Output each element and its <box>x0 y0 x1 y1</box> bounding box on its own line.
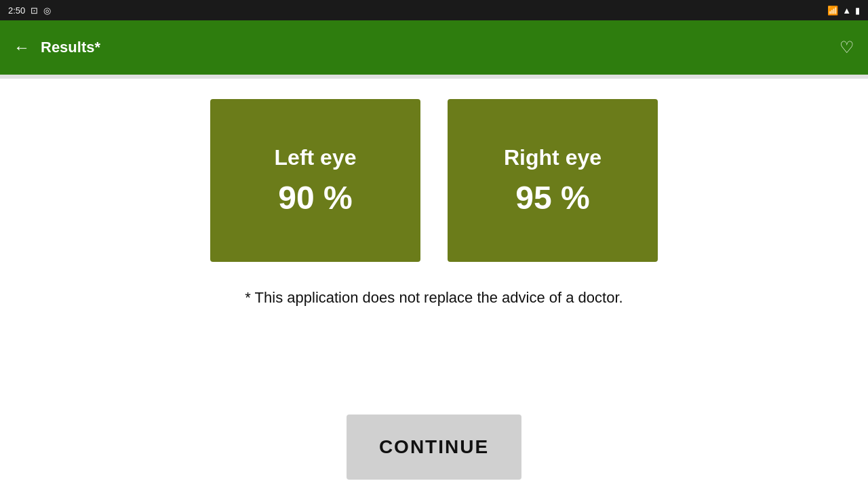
app-bar-left: ← Results* <box>14 38 100 57</box>
continue-button[interactable]: CONTINUE <box>347 415 521 480</box>
left-eye-card: Left eye 90 % <box>210 99 420 262</box>
notification-icon-1: ⊡ <box>31 5 38 16</box>
time-display: 2:50 <box>8 5 25 16</box>
favorite-icon[interactable]: ♡ <box>840 38 854 57</box>
battery-icon: ▮ <box>855 5 860 16</box>
back-button[interactable]: ← <box>14 38 30 57</box>
right-eye-percent: 95 % <box>515 179 589 216</box>
status-bar-left: 2:50 ⊡ ◎ <box>8 5 51 16</box>
left-eye-percent: 90 % <box>278 179 352 216</box>
continue-button-container: CONTINUE <box>347 415 521 480</box>
progress-bar <box>0 75 868 79</box>
progress-bar-fill <box>0 75 582 79</box>
app-bar-title: Results* <box>41 39 100 56</box>
right-eye-card: Right eye 95 % <box>448 99 658 262</box>
app-bar: ← Results* ♡ <box>0 20 868 75</box>
cards-container: Left eye 90 % Right eye 95 % <box>210 99 658 262</box>
notification-icon-2: ◎ <box>43 5 51 16</box>
disclaimer-text: * This application does not replace the … <box>204 289 663 307</box>
wifi-icon: 📶 <box>827 5 838 16</box>
status-bar-right: 📶 ▲ ▮ <box>827 5 860 16</box>
page-wrapper: 2:50 ⊡ ◎ 📶 ▲ ▮ ← Results* ♡ Left eye 90 … <box>0 0 868 500</box>
status-bar: 2:50 ⊡ ◎ 📶 ▲ ▮ <box>0 0 868 20</box>
signal-icon: ▲ <box>842 5 851 16</box>
left-eye-label: Left eye <box>275 145 357 170</box>
right-eye-label: Right eye <box>504 145 601 170</box>
